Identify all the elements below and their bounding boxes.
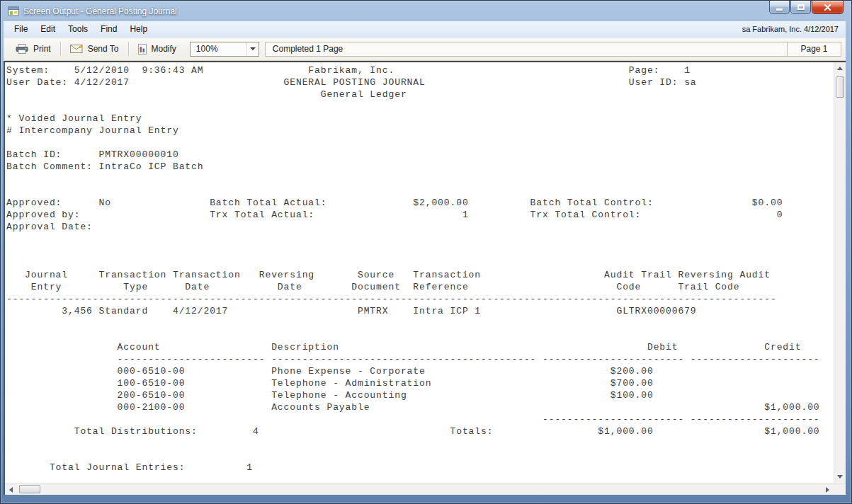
chevron-down-icon: [250, 47, 256, 50]
scroll-down-button[interactable]: [834, 471, 846, 483]
menu-help[interactable]: Help: [123, 22, 154, 36]
titlebar[interactable]: Screen Output - General Posting Journal: [4, 1, 846, 21]
send-to-label: Send To: [88, 44, 119, 54]
report-page: System: 5/12/2010 9:36:43 AM Fabrikam, I…: [5, 62, 846, 483]
session-info: sa Fabrikam, Inc. 4/12/2017: [742, 25, 841, 33]
window-title: Screen Output - General Posting Journal: [23, 6, 177, 16]
menu-file[interactable]: File: [8, 22, 34, 36]
send-to-button[interactable]: Send To: [62, 40, 127, 57]
horizontal-scroll-thumb[interactable]: [19, 485, 40, 493]
report-text: System: 5/12/2010 9:36:43 AM Fabrikam, I…: [5, 62, 846, 474]
menu-tools[interactable]: Tools: [62, 22, 94, 36]
print-button[interactable]: Print: [8, 40, 59, 57]
horizontal-scrollbar[interactable]: [5, 483, 846, 495]
vertical-scrollbar[interactable]: [834, 62, 846, 483]
zoom-dropdown-button[interactable]: [246, 42, 259, 56]
scroll-right-button[interactable]: [822, 483, 834, 496]
zoom-value: 100%: [191, 44, 246, 54]
report-viewport: System: 5/12/2010 9:36:43 AM Fabrikam, I…: [4, 61, 846, 495]
minimize-icon: [776, 8, 783, 11]
scroll-left-button[interactable]: [5, 483, 17, 496]
toolbar-separator: [60, 42, 61, 56]
modify-label: Modify: [152, 44, 176, 54]
maximize-icon: [797, 4, 805, 10]
menu-find[interactable]: Find: [94, 22, 123, 36]
zoom-select[interactable]: 100%: [190, 42, 259, 57]
close-icon: [824, 4, 831, 11]
toolbar: Print Send To Modify 100% Completed 1 Pa…: [4, 38, 846, 61]
envelope-icon: [70, 45, 83, 53]
printer-icon: [16, 44, 28, 54]
menu-edit[interactable]: Edit: [34, 22, 62, 36]
maximize-button[interactable]: [790, 1, 811, 14]
report-app-icon: [8, 6, 19, 17]
print-label: Print: [33, 44, 51, 54]
minimize-button[interactable]: [769, 1, 790, 14]
arrow-up-icon: [837, 67, 843, 70]
arrow-down-icon: [837, 475, 843, 479]
modify-icon: [138, 44, 147, 55]
close-button[interactable]: [812, 1, 844, 14]
window-controls: [769, 1, 844, 14]
arrow-right-icon: [826, 487, 829, 493]
page-indicator: Page 1: [788, 42, 841, 57]
modify-button[interactable]: Modify: [130, 40, 184, 57]
scroll-up-button[interactable]: [834, 62, 846, 74]
app-window: Screen Output - General Posting Journal …: [0, 0, 852, 504]
vertical-scroll-thumb[interactable]: [836, 76, 844, 98]
arrow-left-icon: [9, 487, 13, 493]
menubar: File Edit Tools Find Help sa Fabrikam, I…: [4, 21, 846, 38]
completion-status: Completed 1 Page: [265, 42, 788, 57]
toolbar-separator: [128, 42, 129, 56]
